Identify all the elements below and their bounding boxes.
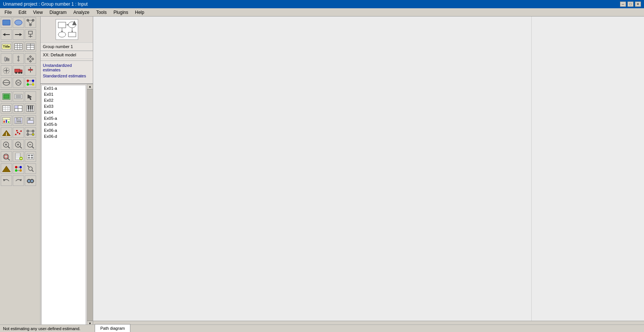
var-item-1[interactable]: Ex01 <box>42 91 86 97</box>
var-item-3[interactable]: Ex03 <box>42 103 86 109</box>
unstandardized-estimates-link[interactable]: Unstandardized estimates <box>43 62 91 73</box>
svg-rect-72 <box>32 106 33 109</box>
btn-tool[interactable] <box>13 91 24 102</box>
svg-line-106 <box>8 146 10 148</box>
path-tool[interactable] <box>25 17 36 28</box>
undo-tool[interactable] <box>1 175 12 186</box>
menu-edit[interactable]: Edit <box>15 9 29 16</box>
wrench-tool[interactable] <box>25 163 36 174</box>
nodes-tool[interactable] <box>25 77 36 88</box>
circle-tool[interactable] <box>13 77 24 88</box>
scroll-tool[interactable] <box>25 53 36 64</box>
svg-rect-15 <box>15 44 22 50</box>
var-item-5[interactable]: Ex05-a <box>42 115 86 121</box>
diagram-thumbnail[interactable] <box>41 17 93 43</box>
truck-tool[interactable] <box>13 65 24 76</box>
svg-marker-161 <box>72 21 77 25</box>
zoom-in-tool[interactable] <box>1 139 12 150</box>
standardized-estimates-link[interactable]: Standardized estimates <box>43 73 91 79</box>
dots-tool[interactable] <box>13 127 24 138</box>
zoom-minus-tool[interactable] <box>25 139 36 150</box>
svg-line-7 <box>30 20 33 25</box>
bc-tool[interactable] <box>25 151 36 162</box>
svg-point-116 <box>3 154 9 159</box>
table2-tool[interactable] <box>25 41 36 52</box>
figure-tool[interactable] <box>1 91 12 102</box>
oval-tool[interactable] <box>13 17 24 28</box>
svg-rect-160 <box>68 32 76 37</box>
tab-path-diagram[interactable]: Path diagram <box>95 324 130 332</box>
grid2-tool[interactable] <box>13 103 24 114</box>
menu-file[interactable]: File <box>2 9 15 16</box>
svg-line-117 <box>8 158 10 160</box>
svg-rect-129 <box>31 155 33 156</box>
multi-tool[interactable] <box>13 163 24 174</box>
save2-tool[interactable] <box>25 115 36 126</box>
maximize-button[interactable]: □ <box>627 2 633 7</box>
svg-rect-77 <box>8 121 9 123</box>
pan-tool[interactable] <box>13 53 24 64</box>
svg-rect-0 <box>3 20 10 25</box>
svg-line-6 <box>28 20 30 25</box>
binoculars-tool[interactable] <box>25 175 36 186</box>
svg-rect-52 <box>4 95 9 98</box>
arrow-right-tool[interactable] <box>13 29 24 40</box>
arrow-left-tool[interactable] <box>1 29 12 40</box>
menu-tools[interactable]: Tools <box>93 9 110 16</box>
svg-line-142 <box>27 166 29 167</box>
anchor-tool[interactable] <box>25 29 36 40</box>
rect-tool[interactable] <box>1 17 12 28</box>
redo-tool[interactable] <box>13 175 24 186</box>
canvas-right-panel <box>531 17 644 321</box>
variable-list[interactable]: Ex01-a Ex01 Ex02 Ex03 Ex04 Ex05-a Ex05-b… <box>41 85 86 325</box>
menu-help[interactable]: Help <box>132 9 147 16</box>
menu-view[interactable]: View <box>30 9 46 16</box>
var-item-0[interactable]: Ex01-a <box>42 85 86 91</box>
var-list-scrollbar: ▲ ▼ <box>87 84 93 326</box>
main-layout: Title <box>0 17 644 332</box>
zoom-fit-tool[interactable] <box>1 151 12 162</box>
svg-rect-70 <box>28 106 29 109</box>
canvas-diagram[interactable] <box>93 17 531 321</box>
svg-point-157 <box>58 32 66 37</box>
status-text: Not estimating any user-defined estimand… <box>3 326 80 331</box>
var-item-7[interactable]: Ex06-a <box>42 127 86 133</box>
menu-plugins[interactable]: Plugins <box>110 9 131 16</box>
pointer-tool[interactable] <box>25 65 36 76</box>
svg-point-136 <box>20 169 22 172</box>
var-item-2[interactable]: Ex02 <box>42 97 86 103</box>
menu-diagram[interactable]: Diagram <box>47 9 70 16</box>
svg-marker-9 <box>3 33 5 36</box>
close-button[interactable]: ✕ <box>635 2 641 7</box>
toolbar-row-7 <box>0 91 40 103</box>
piano-tool[interactable] <box>25 103 36 114</box>
flowchart-tool[interactable] <box>25 127 36 138</box>
grid-tool[interactable] <box>1 103 12 114</box>
selector-tool[interactable] <box>25 91 36 102</box>
data-tool[interactable] <box>1 115 12 126</box>
page-tool[interactable] <box>13 151 24 162</box>
zoom-plus-tool[interactable] <box>13 139 24 150</box>
hand-tool[interactable] <box>1 53 12 64</box>
svg-rect-75 <box>3 121 5 123</box>
svg-point-149 <box>28 180 30 182</box>
svg-rect-71 <box>30 106 31 109</box>
table1-tool[interactable] <box>13 41 24 52</box>
covariance-tool[interactable] <box>1 77 12 88</box>
svg-rect-76 <box>6 120 7 123</box>
var-item-6[interactable]: Ex05-b <box>42 121 86 127</box>
var-item-8[interactable]: Ex06-d <box>42 133 86 139</box>
toolbar-row-14 <box>0 175 40 187</box>
minimize-button[interactable]: ─ <box>620 2 626 7</box>
hist-tool[interactable] <box>1 163 12 174</box>
move-tool[interactable] <box>1 65 12 76</box>
scrollbar-up[interactable]: ▲ <box>87 84 93 89</box>
toolbar-divider-1 <box>0 89 40 90</box>
canvas-area: Path diagram Syntax <box>93 17 644 332</box>
chart-tool[interactable] <box>1 127 12 138</box>
toolbar-row-9 <box>0 115 40 127</box>
var-item-4[interactable]: Ex04 <box>42 109 86 115</box>
title-tool[interactable]: Title <box>1 41 12 52</box>
menu-analyze[interactable]: Analyze <box>70 9 92 16</box>
save1-tool[interactable] <box>13 115 24 126</box>
